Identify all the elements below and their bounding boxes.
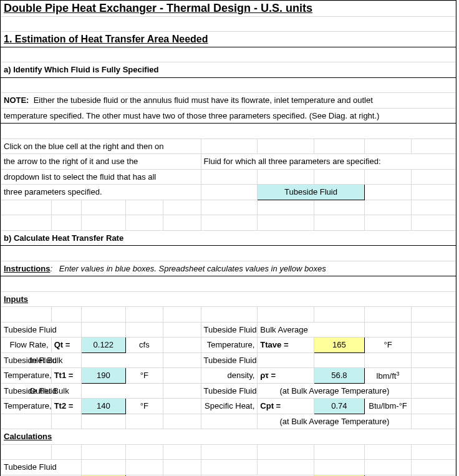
label-atbulk-1: (at Bulk Average Temperature) bbox=[258, 383, 412, 399]
unit-btulbmF: Btu/lbm-°F bbox=[364, 399, 412, 414]
subsection-b-heading: b) Calculate Heat Transfer Rate bbox=[1, 230, 456, 246]
subsection-a-heading: a) Identify Which Fluid is Fully Specifi… bbox=[1, 62, 456, 78]
output-ttave: 165 bbox=[314, 338, 365, 353]
input-tt1[interactable]: 190 bbox=[82, 368, 126, 384]
input-rhot[interactable]: 56.8 bbox=[314, 368, 365, 384]
unit-degF-ttave: °F bbox=[364, 338, 412, 353]
label-tubeside-fluid-r2: Tubeside Fluid bbox=[201, 352, 258, 368]
label-temperature-r: Temperature, bbox=[201, 338, 258, 353]
dropdown-hint-1: Click on the blue cell at the right and … bbox=[1, 138, 201, 154]
section-1-heading: 1. Estimation of Heat Transfer Area Need… bbox=[1, 32, 456, 47]
note-line-2: temperature specified. The other must ha… bbox=[1, 108, 456, 124]
inputs-heading: Inputs bbox=[1, 291, 456, 307]
unit-degF-tt1: °F bbox=[125, 368, 163, 384]
sym-cpt: Cpt = bbox=[258, 399, 314, 414]
sym-tt1: Tt1 = bbox=[51, 368, 81, 384]
sym-qt: Qt = bbox=[51, 338, 81, 353]
input-qt[interactable]: 0.122 bbox=[82, 338, 126, 353]
label-outlet-bulk: Outlet Bulk bbox=[82, 383, 163, 399]
unit-cfs: cfs bbox=[125, 338, 163, 353]
calculations-heading: Calculations bbox=[1, 429, 456, 445]
label-tubeside-fluid: Tubeside Fluid bbox=[1, 322, 82, 338]
label-bulk-average: Bulk Average bbox=[258, 322, 364, 338]
label-specific-heat: Specific Heat, bbox=[201, 399, 258, 414]
input-tt2[interactable]: 140 bbox=[82, 399, 126, 414]
sym-ttave: Ttave = bbox=[258, 338, 314, 353]
dropdown-hint-3: dropdown list to select the fluid that h… bbox=[1, 169, 201, 185]
label-tubeside-fluid-right: Tubeside Fluid bbox=[201, 322, 258, 338]
dropdown-hint-4: three parameters specified. bbox=[1, 185, 201, 200]
label-flow-rate: Flow Rate, bbox=[1, 338, 52, 353]
note-line-1: NOTE: Either the tubeside fluid or the a… bbox=[1, 93, 456, 109]
label-atbulk-2: (at Bulk Average Temperature) bbox=[258, 414, 412, 429]
page-title: Double Pipe Heat Exchanger - Thermal Des… bbox=[1, 1, 456, 17]
label-density: density, bbox=[201, 368, 258, 384]
label-inlet-bulk: Inlet Bulk bbox=[82, 352, 163, 368]
fluid-prompt: Fluid for which all three parameters are… bbox=[201, 154, 455, 170]
sym-tt2: Tt2 = bbox=[51, 399, 81, 414]
dropdown-hint-2: the arrow to the right of it and use the bbox=[1, 154, 201, 170]
label-tubeside-fluid-4: Tubeside Fluid bbox=[1, 460, 82, 475]
unit-degF-tt2: °F bbox=[125, 399, 163, 414]
label-temperature-2: Temperature, bbox=[1, 399, 52, 414]
fluid-select[interactable]: Tubeside Fluid bbox=[258, 185, 364, 200]
unit-lbmft3: lbm/ft3 bbox=[364, 368, 412, 384]
instructions: Instructions: Enter values in blue boxes… bbox=[1, 261, 456, 276]
sym-rhot: ρτ = bbox=[258, 368, 314, 384]
label-tubeside-fluid-r3: Tubeside Fluid bbox=[201, 383, 258, 399]
label-temperature-1: Temperature, bbox=[1, 368, 52, 384]
input-cpt[interactable]: 0.74 bbox=[314, 399, 365, 414]
